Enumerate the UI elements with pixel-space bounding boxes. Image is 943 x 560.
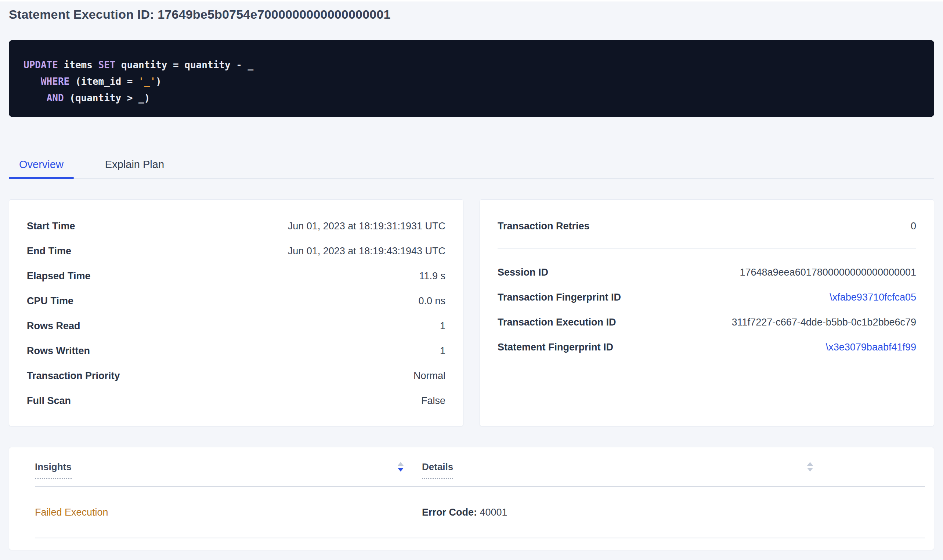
statement-execution-page: Statement Execution ID: 17649be5b0754e70…	[0, 2, 943, 550]
transaction-fingerprint-link[interactable]: \xfabe93710fcfca05	[829, 292, 916, 303]
sql-keyword: WHERE	[41, 76, 69, 87]
sql-line-3: AND (quantity > _)	[23, 90, 920, 106]
stat-value: Normal	[413, 370, 445, 382]
stat-label: Rows Written	[27, 345, 90, 357]
stat-label: Start Time	[27, 220, 75, 232]
sql-keyword: UPDATE	[23, 60, 58, 71]
stat-label: Session ID	[498, 267, 548, 278]
sort-asc-triangle-icon	[807, 462, 813, 466]
insight-table-row: Failed Execution Error Code: 40001	[35, 487, 925, 538]
sql-text: (quantity > _)	[64, 92, 150, 103]
stat-value: 0.0 ns	[418, 295, 445, 307]
detail-tabs: Overview Explain Plan	[9, 158, 934, 179]
stat-label: Transaction Retries	[498, 220, 590, 232]
sql-text: quantity = quantity - _	[115, 60, 253, 71]
card-divider	[498, 248, 916, 249]
stat-row-session-id: Session ID 17648a9eea6017800000000000000…	[498, 260, 916, 285]
error-code-label: Error Code:	[422, 507, 477, 518]
details-column-header[interactable]: Details	[422, 461, 453, 479]
stat-row-rows-written: Rows Written 1	[27, 338, 445, 363]
stat-row-start-time: Start Time Jun 01, 2023 at 18:19:31:1931…	[27, 214, 445, 238]
stat-value: 1	[440, 320, 445, 332]
tab-explain-plan[interactable]: Explain Plan	[95, 158, 174, 178]
error-code-text: Error Code: 40001	[422, 507, 507, 518]
stat-label: Transaction Priority	[27, 370, 120, 382]
stat-label: Statement Fingerprint ID	[498, 342, 613, 353]
sql-keyword: AND	[47, 92, 64, 103]
identifiers-card: Transaction Retries 0 Session ID 17648a9…	[479, 199, 934, 426]
stat-value: Jun 01, 2023 at 18:19:31:1931 UTC	[288, 220, 445, 232]
insights-table-header: Insights Details	[35, 447, 925, 487]
stat-label: Rows Read	[27, 320, 80, 332]
stat-label: Full Scan	[27, 395, 71, 407]
stat-row-full-scan: Full Scan False	[27, 388, 445, 413]
insights-sort-icon[interactable]	[398, 462, 404, 472]
execution-stats-card: Start Time Jun 01, 2023 at 18:19:31:1931…	[9, 199, 464, 426]
stat-row-cpu-time: CPU Time 0.0 ns	[27, 288, 445, 313]
error-code-value: 40001	[477, 507, 507, 518]
statement-fingerprint-link[interactable]: \x3e3079baabf41f99	[826, 342, 916, 353]
stat-row-transaction-fingerprint-id: Transaction Fingerprint ID \xfabe93710fc…	[498, 285, 916, 310]
details-sort-icon[interactable]	[807, 462, 813, 472]
insight-cell: Failed Execution	[35, 507, 404, 518]
stat-value: 311f7227-c667-4dde-b5bb-0c1b2bbe6c79	[732, 317, 916, 328]
stat-value: 1	[440, 345, 445, 357]
sort-asc-triangle-icon	[398, 462, 404, 466]
stat-label: CPU Time	[27, 295, 74, 307]
stat-row-transaction-retries: Transaction Retries 0	[498, 214, 916, 238]
stat-value: 17648a9eea6017800000000000000001	[740, 267, 916, 278]
stat-row-elapsed-time: Elapsed Time 11.9 s	[27, 263, 445, 288]
sql-text: )	[156, 76, 162, 87]
tab-overview[interactable]: Overview	[9, 158, 74, 178]
page-title: Statement Execution ID: 17649be5b0754e70…	[9, 2, 934, 22]
stat-value: False	[421, 395, 445, 407]
insights-column-header[interactable]: Insights	[35, 461, 72, 479]
stat-row-statement-fingerprint-id: Statement Fingerprint ID \x3e3079baabf41…	[498, 335, 916, 360]
stat-row-transaction-execution-id: Transaction Execution ID 311f7227-c667-4…	[498, 310, 916, 335]
stat-label: Elapsed Time	[27, 271, 91, 282]
sql-statement-box: UPDATE items SET quantity = quantity - _…	[9, 40, 934, 117]
insight-status-failed-execution: Failed Execution	[35, 507, 108, 518]
sort-desc-triangle-icon	[398, 468, 404, 472]
sql-line-2: WHERE (item_id = '_')	[23, 73, 920, 90]
details-header-cell: Details	[422, 461, 813, 473]
insights-table-card: Insights Details Failed Execution Error …	[9, 447, 934, 550]
stat-row-rows-read: Rows Read 1	[27, 313, 445, 338]
insights-header-cell: Insights	[35, 461, 404, 473]
sql-string-literal: '_'	[139, 76, 156, 87]
stat-label: Transaction Execution ID	[498, 317, 616, 328]
stat-value: Jun 01, 2023 at 18:19:43:1943 UTC	[288, 246, 445, 257]
sql-text: (item_id =	[69, 76, 139, 87]
sql-indent	[23, 92, 47, 103]
overview-cards-row: Start Time Jun 01, 2023 at 18:19:31:1931…	[9, 199, 934, 426]
sort-desc-triangle-icon	[807, 468, 813, 472]
detail-cell: Error Code: 40001	[422, 507, 813, 518]
sql-text: items	[58, 60, 99, 71]
stat-value: 0	[911, 220, 916, 232]
stat-row-end-time: End Time Jun 01, 2023 at 18:19:43:1943 U…	[27, 238, 445, 263]
stat-value: 11.9 s	[419, 271, 445, 282]
stat-row-transaction-priority: Transaction Priority Normal	[27, 363, 445, 388]
sql-keyword: SET	[99, 60, 116, 71]
stat-label: Transaction Fingerprint ID	[498, 292, 621, 303]
stat-label: End Time	[27, 246, 71, 257]
sql-indent	[23, 76, 41, 87]
sql-line-1: UPDATE items SET quantity = quantity - _	[23, 57, 920, 73]
